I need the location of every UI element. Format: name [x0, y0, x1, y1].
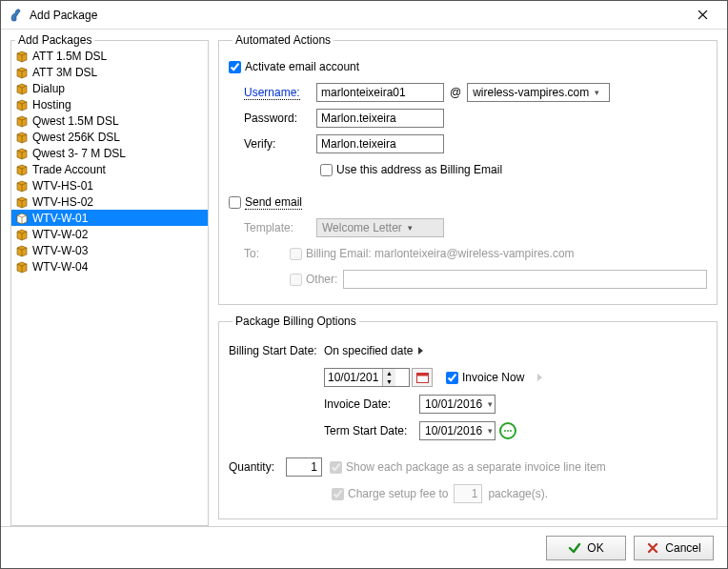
package-item-label: WTV-HS-01	[32, 179, 93, 193]
highlight-ring-icon	[499, 422, 516, 439]
show-each-label: Show each package as a separate invoice …	[346, 460, 606, 474]
term-start-date-select[interactable]: 10/01/2016 ▾	[419, 421, 495, 440]
package-icon	[15, 228, 29, 241]
package-icon	[15, 50, 29, 63]
title-bar: Add Package	[1, 1, 727, 30]
charge-setup-checkbox	[332, 488, 344, 500]
chevron-down-icon: ▾	[408, 223, 413, 233]
package-item-label: Qwest 256K DSL	[32, 131, 120, 144]
billing-start-date-label: Billing Start Date:	[229, 344, 324, 357]
ok-button[interactable]: OK	[546, 536, 626, 560]
package-icon	[15, 260, 29, 274]
window-close-button[interactable]	[683, 4, 721, 27]
chevron-down-icon: ▾	[595, 88, 599, 97]
other-input	[343, 270, 707, 289]
invoice-now-label: Invoice Now	[462, 371, 524, 384]
charge-setup-count-input	[454, 484, 482, 503]
quantity-label: Quantity:	[229, 460, 286, 474]
package-item-label: Qwest 3- 7 M DSL	[32, 147, 126, 160]
package-item-label: Dialup	[32, 82, 65, 95]
package-icon	[15, 98, 29, 112]
package-icon	[15, 244, 29, 257]
package-item-label: ATT 3M DSL	[32, 66, 97, 79]
package-item[interactable]: WTV-W-03	[11, 242, 208, 258]
package-item[interactable]: Qwest 1.5M DSL	[11, 112, 208, 129]
add-package-dialog: Add Package Add Packages ATT 1.5M DSL AT…	[0, 0, 728, 569]
to-billing-email-checkbox	[290, 248, 302, 260]
at-symbol: @	[450, 86, 461, 99]
username-input[interactable]	[316, 83, 444, 102]
to-other-checkbox	[290, 274, 302, 286]
show-each-checkbox	[330, 461, 342, 474]
use-as-billing-checkbox[interactable]	[320, 164, 333, 176]
invoice-now-checkbox[interactable]	[446, 372, 458, 384]
package-item[interactable]: Trade Account	[11, 161, 208, 177]
svg-rect-1	[416, 374, 428, 376]
package-item-label: WTV-HS-02	[32, 195, 93, 209]
package-icon	[15, 114, 29, 128]
charge-setup-post: package(s).	[488, 487, 548, 500]
activate-email-checkbox[interactable]	[229, 61, 241, 73]
automated-actions-legend: Automated Actions	[233, 33, 334, 47]
password-input[interactable]	[316, 109, 444, 128]
package-item[interactable]: Qwest 3- 7 M DSL	[11, 145, 208, 161]
automated-actions-group: Automated Actions Activate email account…	[218, 33, 718, 305]
app-icon	[9, 8, 24, 23]
package-item-label: Hosting	[32, 98, 71, 112]
package-item[interactable]: WTV-W-04	[11, 258, 208, 274]
expand-arrow-icon[interactable]	[537, 374, 542, 381]
package-item[interactable]: WTV-W-01	[11, 210, 208, 226]
send-email-checkbox[interactable]	[229, 196, 241, 209]
package-item-label: WTV-W-02	[32, 228, 88, 241]
package-item[interactable]: WTV-HS-01	[11, 177, 208, 193]
cancel-button[interactable]: Cancel	[634, 536, 714, 560]
expand-arrow-icon[interactable]	[418, 347, 423, 355]
verify-input[interactable]	[316, 134, 444, 153]
chevron-down-icon: ▾	[488, 426, 493, 436]
date-spinner[interactable]: ▲▼	[382, 369, 395, 386]
invoice-date-select[interactable]: 10/01/2016 ▾	[419, 395, 495, 414]
package-icon	[15, 179, 29, 193]
package-icon	[15, 82, 29, 95]
billing-start-date-input[interactable]: ▲▼	[324, 368, 410, 387]
cancel-icon	[646, 541, 659, 555]
package-item[interactable]: ATT 3M DSL	[11, 64, 208, 80]
template-label: Template:	[244, 221, 316, 234]
calendar-button[interactable]	[412, 368, 433, 387]
username-label: Username:	[244, 86, 316, 99]
package-item[interactable]: Dialup	[11, 80, 208, 96]
package-list[interactable]: ATT 1.5M DSL ATT 3M DSL Dialup Hosting Q…	[11, 47, 208, 514]
package-item[interactable]: Qwest 256K DSL	[11, 129, 208, 145]
package-item[interactable]: WTV-HS-02	[11, 193, 208, 210]
package-item-label: Trade Account	[32, 163, 106, 176]
to-label: To:	[244, 247, 290, 260]
billing-email-value: marlonteixeira@wireless-vampires.com	[374, 247, 575, 260]
term-start-date-label: Term Start Date:	[324, 424, 419, 437]
domain-select[interactable]: wireless-vampires.com ▾	[467, 83, 610, 102]
package-icon	[15, 66, 29, 79]
window-title: Add Package	[30, 9, 683, 22]
package-item[interactable]: ATT 1.5M DSL	[11, 48, 208, 64]
billing-start-mode[interactable]: On specified date	[324, 344, 413, 357]
package-icon	[15, 131, 29, 144]
package-icon	[15, 195, 29, 209]
quantity-input[interactable]	[286, 457, 322, 477]
send-email-label[interactable]: Send email	[245, 195, 302, 210]
password-label: Password:	[244, 112, 316, 125]
invoice-date-label: Invoice Date:	[324, 397, 419, 411]
other-label: Other:	[306, 273, 337, 286]
template-select[interactable]: Welcome Letter ▾	[316, 218, 444, 237]
package-icon	[15, 163, 29, 176]
package-billing-options-group: Package Billing Options Billing Start Da…	[218, 315, 718, 519]
package-item-label: WTV-W-04	[32, 260, 88, 274]
package-item[interactable]: Hosting	[11, 96, 208, 112]
package-item[interactable]: WTV-W-02	[11, 226, 208, 242]
chevron-down-icon: ▾	[488, 399, 493, 409]
add-packages-legend: Add Packages	[15, 33, 94, 47]
package-billing-options-legend: Package Billing Options	[233, 315, 359, 328]
package-item-label: Qwest 1.5M DSL	[32, 114, 119, 128]
package-icon	[15, 147, 29, 160]
billing-email-label: Billing Email:	[306, 247, 372, 260]
dialog-footer: OK Cancel	[1, 526, 727, 568]
package-item-label: WTV-W-03	[32, 244, 88, 257]
